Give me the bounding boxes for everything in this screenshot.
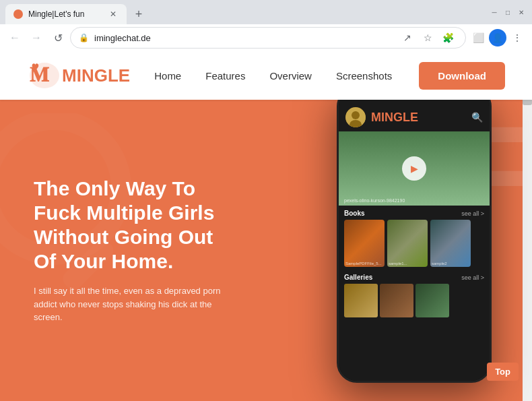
logo-icon: 𝐌 <box>27 60 62 91</box>
site-logo: 𝐌 MINGLE <box>27 60 130 91</box>
phone-gallery-title: Galleries <box>344 274 372 281</box>
phone-gallery-see-all[interactable]: see all > <box>461 274 484 281</box>
nav-link-home[interactable]: Home <box>154 70 181 82</box>
phone-thumb-1: SamplePDFFile_5... <box>344 220 385 267</box>
forward-button[interactable]: → <box>27 28 46 47</box>
back-button[interactable]: ← <box>5 28 24 47</box>
window-restore-button[interactable]: □ <box>502 7 513 18</box>
phone-books-title: Books <box>344 210 365 217</box>
phone-thumb-2: sample1... <box>387 220 428 267</box>
phone-gallery-thumb-1 <box>344 284 378 317</box>
phone-thumb-label-3: sample2 <box>432 261 447 266</box>
cast-icon[interactable]: ⬜ <box>469 28 488 47</box>
phone-logo-text: MINGLE <box>371 111 466 125</box>
url-text: iminglechat.de <box>94 33 393 43</box>
nav-link-screenshots[interactable]: Screenshots <box>336 70 392 82</box>
window-close-button[interactable]: ✕ <box>516 7 527 18</box>
phone-thumb-label-1: SamplePDFFile_5... <box>345 261 382 266</box>
bookmark-icon[interactable]: ☆ <box>418 28 437 47</box>
nav-link-overview[interactable]: Overview <box>269 70 312 82</box>
address-bar-row: ← → ↺ 🔒 iminglechat.de ↗ ☆ 🧩 ⬜ 👤 ⋮ <box>0 24 532 51</box>
top-button[interactable]: Top <box>487 363 519 381</box>
phone-mockup: 13:52 ▌▌▌ 📶 🔋 MINGLE 🔍 <box>337 100 492 383</box>
phone-play-button[interactable]: ▶ <box>402 156 426 181</box>
phone-gallery-thumb-2 <box>380 284 413 317</box>
hero-content: The Only Way To Fuck Multiple Girls With… <box>0 177 269 324</box>
site-navbar: 𝐌 MINGLE Home Features Overview Screensh… <box>0 51 532 100</box>
share-icon[interactable]: ↗ <box>398 28 417 47</box>
phone-mockup-wrapper: 13:52 ▌▌▌ 📶 🔋 MINGLE 🔍 <box>337 100 492 383</box>
hero-heading: The Only Way To Fuck Multiple Girls With… <box>34 177 236 274</box>
tab-title: Mingle|Let's fun <box>28 9 102 19</box>
phone-gallery-thumbs <box>344 284 484 317</box>
phone-avatar <box>345 107 366 127</box>
browser-chrome: Mingle|Let's fun ✕ + ─ □ ✕ ← → ↺ 🔒 iming… <box>0 0 532 51</box>
download-button[interactable]: Download <box>419 62 505 90</box>
phone-books-section: Books see all > SamplePDFFile_5... sampl… <box>339 206 490 271</box>
phone-section-header: Books see all > <box>344 210 484 217</box>
phone-gallery-thumb-3 <box>415 284 449 317</box>
menu-icon[interactable]: ⋮ <box>508 28 527 47</box>
active-tab[interactable]: Mingle|Let's fun ✕ <box>5 4 127 24</box>
site-nav-links: Home Features Overview Screenshots <box>154 70 392 82</box>
phone-gallery-header: Galleries see all > <box>344 274 484 281</box>
new-tab-button[interactable]: + <box>129 5 148 24</box>
logo-text: MINGLE <box>62 65 130 86</box>
phone-thumb-3: sample2 <box>430 220 471 267</box>
svg-point-5 <box>352 111 360 119</box>
phone-search-icon: 🔍 <box>471 112 483 123</box>
tab-close-button[interactable]: ✕ <box>108 9 119 20</box>
profile-button[interactable]: 👤 <box>489 29 506 47</box>
window-controls: ─ □ ✕ <box>489 7 527 22</box>
extension-icon[interactable]: 🧩 <box>438 28 457 47</box>
refresh-button[interactable]: ↺ <box>48 28 67 47</box>
phone-galleries-section: Galleries see all > <box>339 271 490 320</box>
lock-icon: 🔒 <box>79 33 89 42</box>
phone-video-caption: pexels-olino-kurson-9842190 <box>344 198 405 203</box>
tab-favicon <box>13 9 23 19</box>
hero-section: FF The Only Way To Fuck Multiple Girls W… <box>0 100 532 401</box>
browser-toolbar-right: ⬜ 👤 ⋮ <box>469 28 527 47</box>
address-actions: ↗ ☆ 🧩 <box>398 28 457 47</box>
phone-app-header: MINGLE 🔍 <box>339 103 490 131</box>
webpage: 𝐌 MINGLE Home Features Overview Screensh… <box>0 51 532 401</box>
phone-thumb-label-2: sample1... <box>389 261 407 266</box>
window-minimize-button[interactable]: ─ <box>489 7 500 18</box>
phone-books-see-all[interactable]: see all > <box>461 210 484 217</box>
address-bar[interactable]: 🔒 iminglechat.de ↗ ☆ 🧩 <box>70 27 466 49</box>
phone-video-thumb: ▶ pexels-olino-kurson-9842190 <box>339 131 490 206</box>
scrollbar[interactable] <box>523 51 532 401</box>
phone-content: ▶ pexels-olino-kurson-9842190 Books see … <box>339 131 490 381</box>
hero-subtext: I still say it all the time, even as a d… <box>34 284 222 324</box>
phone-thumbnails: SamplePDFFile_5... sample1... sample2 <box>344 220 484 267</box>
nav-link-features[interactable]: Features <box>205 70 245 82</box>
tab-bar: Mingle|Let's fun ✕ + ─ □ ✕ <box>0 0 532 24</box>
